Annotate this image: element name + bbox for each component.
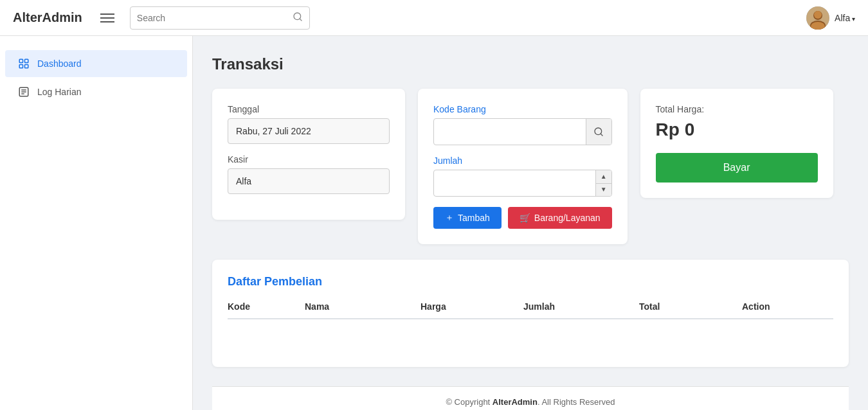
- tambah-label: Tambah: [458, 213, 490, 223]
- col-nama: Nama: [305, 301, 420, 312]
- sidebar-item-dashboard[interactable]: Dashboard: [5, 50, 187, 77]
- cards-row: Tanggal Kasir Kode Barang: [212, 89, 849, 244]
- kode-barang-input[interactable]: [434, 119, 586, 145]
- col-total: Total: [639, 301, 742, 312]
- user-name-label[interactable]: Alfa: [835, 13, 855, 23]
- svg-line-1: [300, 19, 302, 21]
- kode-barang-search-button[interactable]: [586, 119, 611, 145]
- form-group-tanggal: Tanggal: [228, 104, 390, 144]
- kasir-label: Kasir: [228, 154, 390, 165]
- barang-layanan-button[interactable]: 🛒 Barang/Layanan: [508, 207, 612, 229]
- spinner-down-button[interactable]: ▼: [596, 184, 611, 197]
- dashboard-icon: [18, 58, 30, 69]
- search-input[interactable]: [137, 13, 293, 23]
- svg-rect-9: [19, 65, 23, 68]
- kode-barang-label: Kode Barang: [433, 104, 612, 114]
- page-title: Transaksi: [212, 55, 849, 73]
- brand-logo: AlterAdmin: [13, 10, 82, 25]
- svg-rect-10: [25, 65, 28, 68]
- jumlah-label: Jumlah: [433, 156, 612, 166]
- barang-layanan-label: Barang/Layanan: [534, 213, 601, 223]
- search-button[interactable]: [293, 12, 303, 24]
- card-barang: Kode Barang Jumlah: [418, 89, 628, 244]
- footer-suffix: . All Rights Reserved: [538, 397, 615, 407]
- search-form: [130, 6, 310, 30]
- tanggal-input[interactable]: [228, 118, 390, 144]
- menu-toggle-button[interactable]: [95, 8, 120, 28]
- sidebar-item-log-harian[interactable]: Log Harian: [5, 78, 187, 105]
- spinner-buttons: ▲ ▼: [595, 170, 611, 196]
- kode-barang-input-wrapper: [433, 118, 612, 145]
- footer-copyright: © Copyright: [446, 397, 492, 407]
- spinner-up-button[interactable]: ▲: [596, 170, 611, 184]
- col-jumlah: Jumlah: [523, 301, 639, 312]
- bayar-button[interactable]: Bayar: [656, 153, 818, 183]
- main-content: Transaksi Tanggal Kasir Kode Barang: [193, 36, 868, 410]
- svg-rect-8: [25, 59, 28, 62]
- search-small-icon: [593, 127, 604, 137]
- footer: © Copyright AlterAdmin. All Rights Reser…: [212, 386, 849, 410]
- svg-point-5: [814, 11, 822, 19]
- table-header: Kode Nama Harga Jumlah Total Action: [228, 301, 833, 319]
- form-group-jumlah: Jumlah ▲ ▼: [433, 156, 612, 197]
- daftar-pembelian-card: Daftar Pembelian Kode Nama Harga Jumlah …: [212, 260, 849, 367]
- tambah-icon: ＋: [445, 212, 454, 224]
- log-icon: [18, 86, 30, 98]
- col-action: Action: [742, 301, 833, 312]
- card-tanggal-kasir: Tanggal Kasir: [212, 89, 405, 220]
- action-buttons: ＋ Tambah 🛒 Barang/Layanan: [433, 207, 612, 229]
- jumlah-input[interactable]: [434, 170, 595, 196]
- total-harga-label: Total Harga:: [656, 104, 818, 114]
- search-icon: [293, 12, 303, 22]
- sidebar-dashboard-label: Dashboard: [37, 58, 82, 69]
- svg-line-16: [601, 134, 602, 136]
- total-harga-value: Rp 0: [656, 120, 818, 140]
- layout: Dashboard Log Harian Transaksi Tanggal: [0, 36, 868, 410]
- card-total: Total Harga: Rp 0 Bayar: [640, 89, 833, 198]
- kasir-input[interactable]: [228, 168, 390, 194]
- form-group-kasir: Kasir: [228, 154, 390, 194]
- tambah-button[interactable]: ＋ Tambah: [433, 207, 502, 229]
- sidebar: Dashboard Log Harian: [0, 36, 193, 410]
- sidebar-log-label: Log Harian: [37, 87, 82, 97]
- cart-icon: 🛒: [520, 213, 530, 223]
- jumlah-input-wrapper: ▲ ▼: [433, 170, 612, 197]
- navbar-right: Alfa: [806, 6, 855, 30]
- table-body: [228, 326, 833, 352]
- tanggal-label: Tanggal: [228, 104, 390, 114]
- navbar: AlterAdmin Alfa: [0, 0, 868, 36]
- footer-brand: AlterAdmin: [493, 397, 538, 407]
- form-group-kode-barang: Kode Barang: [433, 104, 612, 145]
- daftar-title: Daftar Pembelian: [228, 275, 833, 289]
- svg-rect-7: [19, 59, 23, 62]
- col-kode: Kode: [228, 301, 305, 312]
- col-harga: Harga: [420, 301, 523, 312]
- avatar: [806, 6, 829, 30]
